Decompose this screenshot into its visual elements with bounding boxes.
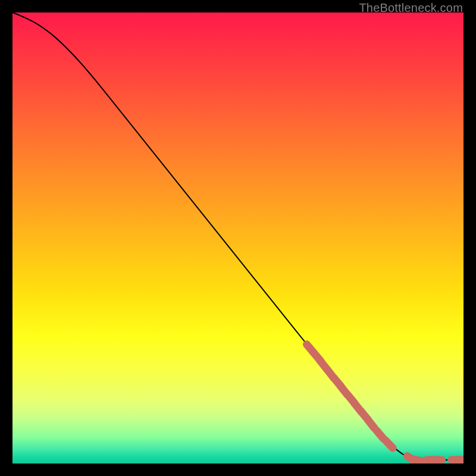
svg-line-13 [411,459,422,461]
svg-line-5 [341,386,347,394]
attribution-text: TheBottleneck.com [359,1,463,15]
curve-line [12,12,459,460]
svg-line-7 [354,403,361,411]
svg-line-4 [334,378,341,386]
gradient-plot-area [12,12,464,464]
svg-line-12 [407,456,416,462]
svg-line-9 [368,419,374,428]
svg-line-8 [361,411,368,419]
svg-line-2 [320,361,327,369]
svg-line-0 [307,345,314,353]
chart-stage: TheBottleneck.com [0,0,476,476]
highlight-markers [307,345,464,462]
svg-line-1 [314,352,321,361]
chart-overlay-svg [12,12,464,464]
svg-line-3 [327,369,334,378]
svg-line-11 [386,440,393,448]
svg-line-6 [347,394,355,403]
svg-line-10 [377,431,384,439]
